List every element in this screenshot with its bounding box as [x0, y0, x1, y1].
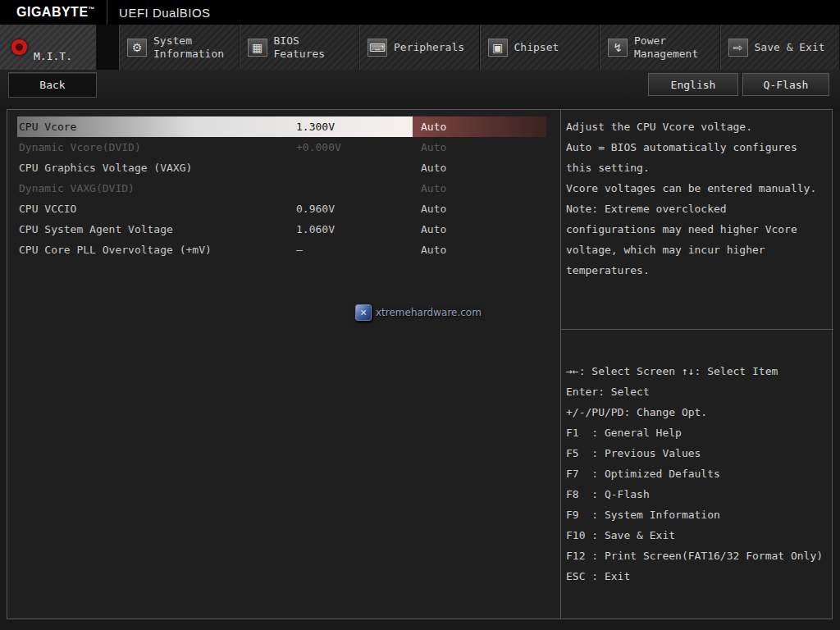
help-panel-divider	[561, 329, 833, 330]
hotkey-line: Enter: Select	[566, 381, 832, 402]
tab-chipset[interactable]: ▣ Chipset	[480, 25, 600, 70]
hotkey-line: F5 : Previous Values	[566, 443, 832, 463]
tab-save-exit[interactable]: ⇨ Save & Exit	[720, 25, 840, 70]
tab-bar: M.I.T. ⚙ System Information ▦ BIOS Featu…	[0, 25, 840, 70]
setting-option[interactable]: Auto	[413, 158, 546, 178]
settings-list: CPU Vcore 1.300V Auto Dynamic Vcore(DVID…	[7, 110, 560, 619]
hotkey-line: F10 : Save & Exit	[566, 525, 832, 546]
toolbar-row: Back English Q-Flash	[0, 70, 840, 109]
setting-name: CPU System Agent Voltage	[17, 223, 296, 235]
setting-name: Dynamic VAXG(DVID)	[17, 182, 296, 194]
setting-option[interactable]: Auto	[413, 240, 546, 260]
setting-row-dynamic-vcore: Dynamic Vcore(DVID) +0.000V Auto	[17, 137, 546, 158]
setting-row-cpu-graphics-voltage[interactable]: CPU Graphics Voltage (VAXG) Auto	[17, 158, 546, 178]
setting-name: Dynamic Vcore(DVID)	[17, 141, 296, 153]
tab-label: Save & Exit	[755, 41, 825, 54]
tab-label: System Information	[153, 34, 231, 61]
tab-label: M.I.T.	[34, 50, 72, 62]
xtremehardware-cube-icon: ✕	[355, 304, 372, 321]
setting-name: CPU Vcore	[17, 121, 296, 133]
save-exit-icon: ⇨	[728, 39, 748, 57]
hotkey-legend: →←: Select Screen ↑↓: Select Item Enter:…	[566, 361, 832, 587]
setting-option[interactable]: Auto	[413, 199, 546, 219]
hotkey-line: →←: Select Screen ↑↓: Select Item	[566, 361, 832, 381]
setting-row-cpu-system-agent[interactable]: CPU System Agent Voltage 1.060V Auto	[17, 219, 546, 240]
hotkey-line: +/-/PU/PD: Change Opt.	[566, 402, 832, 422]
hotkey-line: F9 : System Information	[566, 504, 832, 525]
tab-bios-features[interactable]: ▦ BIOS Features	[240, 25, 360, 70]
setting-value: 0.960V	[296, 203, 413, 215]
qflash-button[interactable]: Q-Flash	[742, 73, 829, 96]
gigabyte-logo: GIGABYTE™	[0, 5, 107, 20]
setting-option[interactable]: Auto	[413, 116, 546, 137]
tab-power-management[interactable]: ↯ Power Management	[600, 25, 720, 70]
help-description-line: Vcore voltages can be entered manually.	[566, 178, 832, 199]
hotkey-line: F12 : Print Screen(FAT16/32 Format Only)	[566, 546, 832, 566]
bios-grid-icon: ▦	[248, 39, 267, 57]
power-icon: ↯	[608, 39, 628, 57]
setting-value: –	[296, 244, 413, 256]
top-bar: GIGABYTE™ UEFI DualBIOS	[0, 0, 840, 25]
hotkey-line: F8 : Q-Flash	[566, 484, 832, 504]
back-button[interactable]: Back	[8, 72, 97, 98]
tab-label: Peripherals	[394, 41, 464, 54]
tab-peripherals[interactable]: ⌨ Peripherals	[359, 25, 480, 70]
tab-label: Power Management	[634, 34, 712, 61]
watermark: ✕ xtremehardware.com	[355, 304, 482, 321]
setting-value: 1.060V	[296, 223, 413, 235]
setting-value: 1.300V	[296, 121, 413, 133]
hotkey-line: F7 : Optimized Defaults	[566, 463, 832, 484]
help-description-line: configurations may need higher Vcore	[566, 219, 832, 240]
watermark-text: xtremehardware.com	[376, 307, 482, 318]
firmware-title: UEFI DualBIOS	[107, 6, 211, 20]
main-panel: CPU Vcore 1.300V Auto Dynamic Vcore(DVID…	[7, 109, 833, 619]
setting-option[interactable]: Auto	[413, 219, 546, 240]
help-description-line: voltage, which may incur higher	[566, 240, 832, 260]
setting-row-cpu-core-pll[interactable]: CPU Core PLL Overvoltage (+mV) – Auto	[17, 240, 546, 260]
hotkey-line: ESC : Exit	[566, 566, 832, 587]
setting-name: CPU Graphics Voltage (VAXG)	[17, 162, 296, 174]
uefi-bios-screen: GIGABYTE™ UEFI DualBIOS M.I.T. ⚙ System …	[0, 0, 840, 630]
setting-name: CPU Core PLL Overvoltage (+mV)	[17, 244, 296, 256]
setting-option: Auto	[413, 137, 546, 158]
help-description-line: temperatures.	[566, 260, 832, 281]
chipset-icon: ▣	[488, 39, 508, 57]
gear-icon: ⚙	[127, 39, 147, 57]
trademark-symbol: ™	[89, 6, 96, 13]
tab-system-information[interactable]: ⚙ System Information	[119, 25, 240, 70]
tab-label: BIOS Features	[274, 34, 352, 61]
tab-mit[interactable]: M.I.T.	[0, 25, 97, 70]
setting-row-dynamic-vaxg: Dynamic VAXG(DVID) Auto	[17, 178, 546, 199]
peripherals-icon: ⌨	[368, 39, 387, 57]
setting-row-cpu-vcore[interactable]: CPU Vcore 1.300V Auto	[17, 116, 546, 137]
help-panel: Adjust the CPU Vcore voltage. Auto = BIO…	[560, 110, 833, 619]
record-dot-icon	[11, 39, 27, 55]
language-button[interactable]: English	[648, 73, 738, 96]
help-description-line: Adjust the CPU Vcore voltage.	[566, 116, 832, 137]
tab-gap	[97, 25, 119, 70]
tab-label: Chipset	[514, 41, 559, 54]
setting-option: Auto	[413, 178, 546, 199]
setting-value: +0.000V	[296, 141, 413, 153]
setting-name: CPU VCCIO	[17, 203, 296, 215]
help-description-line: Note: Extreme overclocked	[566, 199, 832, 219]
setting-row-cpu-vccio[interactable]: CPU VCCIO 0.960V Auto	[17, 199, 546, 219]
help-description-line: Auto = BIOS automatically configures	[566, 137, 832, 158]
help-description-line: this setting.	[566, 158, 832, 178]
hotkey-line: F1 : General Help	[566, 422, 832, 443]
